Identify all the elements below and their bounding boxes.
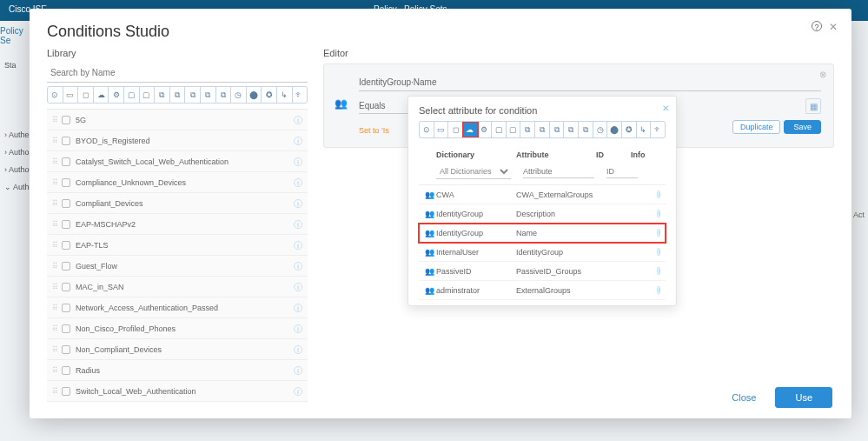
popover-filter-icon[interactable]: ⧉ (550, 122, 565, 137)
library-filter-icon[interactable]: ᯤ (293, 87, 308, 103)
info-icon[interactable]: i (294, 137, 302, 145)
help-icon[interactable]: ? (812, 21, 822, 31)
library-condition-item[interactable]: ⠿Compliance_Unknown_Devicesi (47, 172, 308, 193)
attribute-filter-input[interactable] (523, 165, 594, 178)
drag-handle-icon[interactable]: ⠿ (52, 241, 56, 250)
info-icon[interactable]: i (294, 199, 302, 208)
info-icon[interactable]: i (657, 229, 660, 237)
popover-filter-icon[interactable]: ▭ (434, 122, 449, 137)
popover-filter-icon[interactable]: ◻ (448, 122, 463, 137)
drag-handle-icon[interactable]: ⠿ (52, 137, 56, 145)
library-condition-item[interactable]: ⠿Compliant_Devicesi (47, 193, 308, 214)
drag-handle-icon[interactable]: ⠿ (52, 366, 56, 375)
attribute-input[interactable] (359, 74, 821, 91)
info-icon[interactable]: i (294, 387, 302, 396)
info-icon[interactable]: i (657, 190, 660, 198)
editor-clear-icon[interactable]: ⊗ (819, 70, 826, 79)
attribute-row[interactable]: 👥adminstratorExternalGroupsi (419, 281, 666, 300)
info-icon[interactable]: i (294, 324, 302, 333)
library-condition-item[interactable]: ⠿BYOD_is_Registeredi (47, 130, 308, 151)
library-filter-icon[interactable]: ⧉ (155, 87, 170, 103)
popover-filter-icon[interactable]: ◷ (593, 122, 608, 137)
drag-handle-icon[interactable]: ⠿ (52, 262, 56, 271)
popover-filter-icon[interactable]: ▢ (507, 122, 521, 137)
grid-view-icon[interactable]: ▦ (805, 98, 821, 114)
operator-select[interactable] (359, 98, 411, 114)
popover-close-icon[interactable]: ✕ (662, 104, 669, 113)
info-icon[interactable]: i (657, 248, 660, 256)
info-icon[interactable]: i (657, 210, 660, 217)
library-search-input[interactable] (47, 63, 308, 83)
drag-handle-icon[interactable]: ⠿ (52, 387, 56, 396)
library-condition-item[interactable]: ⠿Network_Access_Authentication_Passedi (47, 297, 308, 318)
library-condition-item[interactable]: ⠿Catalyst_Switch_Local_Web_Authenticatio… (47, 151, 308, 172)
popover-filter-icon[interactable]: ⬤ (607, 122, 622, 137)
popover-filter-icon[interactable]: ⊙ (420, 122, 434, 137)
attribute-row[interactable]: 👥CWACWA_ExternalGroupsi (419, 185, 666, 204)
info-icon[interactable]: i (294, 345, 302, 354)
info-icon[interactable]: i (294, 366, 302, 375)
library-condition-item[interactable]: ⠿MAC_in_SANi (47, 277, 308, 297)
close-button[interactable]: Close (719, 387, 768, 408)
info-icon[interactable]: i (657, 267, 660, 275)
library-filter-icon[interactable]: ◻ (78, 87, 94, 103)
duplicate-button[interactable]: Duplicate (732, 120, 781, 134)
library-condition-item[interactable]: ⠿Non_Compliant_Devicesi (47, 339, 308, 360)
drag-handle-icon[interactable]: ⠿ (52, 199, 56, 208)
set-to-isnot-link[interactable]: Set to 'Is (359, 126, 389, 135)
library-condition-item[interactable]: ⠿5Gi (47, 110, 308, 130)
library-condition-item[interactable]: ⠿Guest_Flowi (47, 256, 308, 277)
drag-handle-icon[interactable]: ⠿ (52, 345, 56, 354)
popover-filter-icon[interactable]: ᯤ (651, 122, 665, 137)
library-filter-icon[interactable]: ⬤ (247, 87, 262, 103)
library-filter-icon[interactable]: ↳ (277, 87, 293, 103)
library-filter-icon[interactable]: ⊙ (48, 87, 63, 103)
library-filter-icon[interactable]: ☁ (94, 87, 109, 103)
drag-handle-icon[interactable]: ⠿ (52, 116, 56, 124)
library-filter-icon[interactable]: ▭ (63, 87, 79, 103)
drag-handle-icon[interactable]: ⠿ (52, 283, 56, 291)
popover-filter-icon[interactable]: ▢ (492, 122, 507, 137)
library-condition-item[interactable]: ⠿EAP-TLSi (47, 235, 308, 256)
attribute-row[interactable]: 👥InternalUserIdentityGroupi (419, 243, 666, 262)
attribute-row[interactable]: 👥PassiveIDPassiveID_Groupsi (419, 262, 666, 281)
library-condition-item[interactable]: ⠿EAP-MSCHAPv2i (47, 214, 308, 235)
library-filter-icon[interactable]: ◷ (231, 87, 247, 103)
popover-filter-icon[interactable]: ⧉ (520, 122, 535, 137)
popover-filter-icon[interactable]: ⧉ (535, 122, 550, 137)
library-filter-icon[interactable]: ▢ (140, 87, 156, 103)
attribute-row[interactable]: 👥IdentityGroupNamei (419, 224, 666, 243)
drag-handle-icon[interactable]: ⠿ (52, 220, 56, 229)
attribute-row[interactable]: 👥IdentityGroupDescriptioni (419, 204, 666, 224)
popover-filter-icon[interactable]: ⧉ (564, 122, 579, 137)
close-icon[interactable]: ✕ (829, 21, 838, 33)
library-filter-icon[interactable]: ▢ (124, 87, 140, 103)
info-icon[interactable]: i (294, 220, 302, 229)
id-filter-input[interactable] (606, 165, 638, 178)
info-icon[interactable]: i (294, 241, 302, 250)
info-icon[interactable]: i (294, 178, 302, 187)
info-icon[interactable]: i (294, 116, 302, 124)
use-button[interactable]: Use (775, 387, 832, 408)
drag-handle-icon[interactable]: ⠿ (52, 178, 56, 187)
library-filter-icon[interactable]: ✪ (262, 87, 277, 103)
save-button[interactable]: Save (784, 120, 821, 134)
popover-filter-icon[interactable]: ⚙ (478, 122, 493, 137)
library-condition-item[interactable]: ⠿Radiusi (47, 360, 308, 381)
info-icon[interactable]: i (657, 286, 660, 294)
popover-filter-icon[interactable]: ⧉ (579, 122, 593, 137)
library-filter-icon[interactable]: ⧉ (201, 87, 216, 103)
library-condition-item[interactable]: ⠿Switch_Local_Web_Authenticationi (47, 381, 308, 402)
info-icon[interactable]: i (294, 304, 302, 312)
library-condition-item[interactable]: ⠿Non_Cisco_Profiled_Phonesi (47, 318, 308, 339)
drag-handle-icon[interactable]: ⠿ (52, 304, 56, 312)
info-icon[interactable]: i (294, 157, 302, 166)
popover-filter-icon[interactable]: ✪ (622, 122, 637, 137)
popover-filter-icon[interactable]: ↳ (637, 122, 652, 137)
info-icon[interactable]: i (294, 262, 302, 271)
library-filter-icon[interactable]: ⧉ (170, 87, 186, 103)
drag-handle-icon[interactable]: ⠿ (52, 324, 56, 333)
library-filter-icon[interactable]: ⧉ (216, 87, 232, 103)
popover-filter-icon[interactable]: ☁ (463, 122, 478, 137)
library-filter-icon[interactable]: ⚙ (109, 87, 124, 103)
